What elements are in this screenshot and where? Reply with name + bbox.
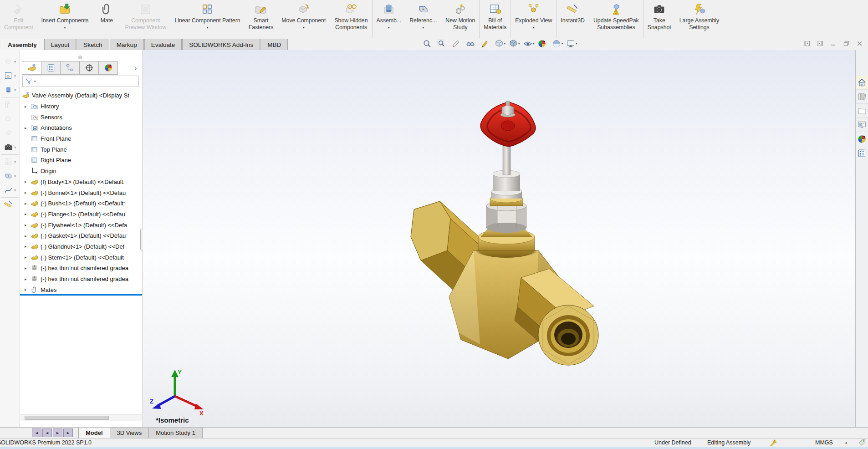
restore-button[interactable] xyxy=(842,40,850,47)
edit-appearance-icon[interactable]: ▾ xyxy=(537,39,549,48)
panel-drag-handle[interactable] xyxy=(78,56,82,59)
filter-dropdown-icon[interactable]: ▾ xyxy=(34,80,36,83)
dropdown-arrow-icon[interactable]: ▾ xyxy=(14,174,16,178)
tree-item[interactable]: ▸ Sensors xyxy=(20,112,142,122)
tree-item[interactable]: ▸ (-) Flywheel<1> (Default) <<Defa xyxy=(20,219,142,230)
dynamic-annotation-views-icon[interactable]: ▾ xyxy=(466,39,477,48)
mate-button[interactable]: Mate ▾ xyxy=(92,0,121,38)
expander-icon[interactable]: ▸ xyxy=(25,266,31,270)
expander-icon[interactable]: ▸ xyxy=(25,179,31,184)
next-tab-button[interactable]: ▶ xyxy=(53,429,62,437)
valve-right-port[interactable] xyxy=(515,269,598,365)
take-snapshot-button[interactable]: TakeSnapshot ▾ xyxy=(643,0,675,38)
dropdown-arrow-icon[interactable]: ▾ xyxy=(14,146,16,149)
panel-flyout-arrow[interactable]: › xyxy=(132,63,140,73)
bill-of-materials-button[interactable]: Bill ofMaterials ▾ xyxy=(479,0,511,38)
file-explorer-tab[interactable] xyxy=(856,104,868,118)
tree-item[interactable]: ▸ (-) Stem<1> (Default) <<Default xyxy=(20,252,142,263)
expander-icon[interactable]: ▸ xyxy=(25,255,31,260)
dropdown-arrow-icon[interactable]: ▾ xyxy=(14,74,16,78)
tree-item[interactable]: ▸ Mates xyxy=(20,284,142,295)
tree-item[interactable]: ▸ (-) Bush<1> (Default) <<Default: xyxy=(20,198,142,209)
edit-appearance-pen-icon[interactable]: ▾ xyxy=(480,39,491,48)
dropdown-arrow-icon[interactable]: ▾ xyxy=(533,42,535,46)
expander-icon[interactable]: ▸ xyxy=(25,223,31,227)
take-snapshot-icon[interactable]: ▾ xyxy=(1,140,19,154)
dropdown-arrow-icon[interactable]: ▾ xyxy=(14,60,16,64)
insert-component-icon[interactable]: ▾ xyxy=(1,69,19,83)
tree-item[interactable]: ▸ (-) Gasket<1> (Default) <<Defau xyxy=(20,230,142,241)
units-selector[interactable]: MMGS xyxy=(815,439,833,446)
tree-item[interactable]: ▸ Annotations xyxy=(20,122,142,133)
view-orientation-icon[interactable]: ▾ xyxy=(495,39,506,48)
design-library-tab[interactable] xyxy=(856,90,868,104)
exploded-view-button[interactable]: Exploded View ▾ xyxy=(511,0,556,38)
section-view-icon[interactable]: ▾ xyxy=(451,39,463,48)
tree-item[interactable]: ▸ (-) Flange<1> (Default) <<Defau xyxy=(20,209,142,220)
featuremanager-tab[interactable] xyxy=(22,61,41,75)
assembly-features-button[interactable]: Assemb... ▾ xyxy=(372,0,406,38)
large-assembly-settings-button[interactable]: Large AssemblySettings ▾ xyxy=(675,0,724,38)
units-dropdown-icon[interactable]: ▴ xyxy=(845,440,847,444)
model-tab[interactable]: Model xyxy=(78,428,110,438)
dropdown-arrow-icon[interactable]: ▾ xyxy=(14,88,16,92)
view-settings-icon[interactable]: ▾ xyxy=(566,39,577,48)
expander-icon[interactable]: ▸ xyxy=(25,201,31,206)
expander-icon[interactable]: ▸ xyxy=(25,287,31,292)
apply-scene-icon[interactable]: ▾ xyxy=(552,39,563,48)
component-preview-window-button[interactable]: ComponentPreview Window ▾ xyxy=(121,0,170,38)
show-hidden-components-button[interactable]: Show HiddenComponents ▾ xyxy=(330,0,372,38)
linear-component-pattern-button[interactable]: Linear Component Pattern ▾ xyxy=(170,0,244,38)
dropdown-arrow-icon[interactable]: ▾ xyxy=(14,189,16,192)
dropdown-arrow-icon[interactable]: ▾ xyxy=(576,42,577,46)
instant3d-icon[interactable]: ▾ xyxy=(1,197,19,212)
appearances-tab[interactable] xyxy=(856,132,868,146)
collapse-left-pane-button[interactable] xyxy=(803,40,811,47)
tree-filter[interactable]: ▾ xyxy=(22,76,139,87)
last-tab-button[interactable]: ▶ xyxy=(63,429,73,437)
hidden-component-icon[interactable]: ▾ xyxy=(1,112,19,126)
propertymanager-tab[interactable] xyxy=(41,61,61,75)
expander-icon[interactable]: ▸ xyxy=(25,234,31,238)
zoom-to-area-icon[interactable]: ▾ xyxy=(437,39,449,48)
tree-item[interactable]: ▸ (-) hex thin nut chamfered gradea xyxy=(20,263,142,274)
tab-assembly[interactable]: Assembly xyxy=(1,39,44,50)
tree-item[interactable]: ▸ (-) Glandnut<1> (Default) <<Def xyxy=(20,241,142,252)
home-tab[interactable] xyxy=(856,76,868,90)
previous-tab-button[interactable]: ◀ xyxy=(42,429,52,437)
expander-icon[interactable]: ▸ xyxy=(25,277,31,281)
dropdown-arrow-icon[interactable]: ▾ xyxy=(388,26,390,30)
dropdown-arrow-icon[interactable]: ▾ xyxy=(303,26,305,30)
update-speedpak-button[interactable]: Update SpeedPakSubassemblies ▾ xyxy=(589,0,643,38)
envelope-icon[interactable]: ▾ xyxy=(1,97,19,112)
display-style-icon[interactable]: ▾ xyxy=(509,39,520,48)
tree-item[interactable]: ▸ Right Plane xyxy=(20,155,142,166)
view-palette-tab[interactable] xyxy=(856,118,868,132)
curves-icon[interactable]: ▾ xyxy=(1,183,19,197)
insert-components-button[interactable]: Insert Components ▾ xyxy=(37,0,93,38)
scrollbar-thumb[interactable] xyxy=(25,416,109,420)
collapse-right-pane-button[interactable] xyxy=(816,40,824,47)
custom-properties-tab[interactable] xyxy=(856,146,868,160)
component-preview-icon[interactable]: ▾ xyxy=(1,55,19,69)
dropdown-arrow-icon[interactable]: ▾ xyxy=(64,26,66,30)
dropdown-arrow-icon[interactable]: ▾ xyxy=(518,42,520,46)
expander-icon[interactable]: ▸ xyxy=(25,104,31,109)
expander-icon[interactable]: ▸ xyxy=(25,126,31,130)
instant3d-button[interactable]: Instant3D ▾ xyxy=(556,0,589,38)
component-pattern-icon[interactable]: ▾ xyxy=(1,154,19,169)
tree-item[interactable]: ▸ Front Plane xyxy=(20,133,142,144)
edit-component-button[interactable]: EditComponent ▾ xyxy=(0,0,37,38)
tree-item[interactable]: ▸ (f) Body<1> (Default) <<Default: xyxy=(20,177,142,188)
tab-layout[interactable]: Layout xyxy=(44,39,77,50)
tab-evaluate[interactable]: Evaluate xyxy=(144,39,182,50)
dropdown-arrow-icon[interactable]: ▾ xyxy=(206,26,208,30)
configurationmanager-tab[interactable] xyxy=(61,61,80,75)
dropdown-arrow-icon[interactable]: ▾ xyxy=(533,26,535,30)
dimxpertmanager-tab[interactable] xyxy=(80,61,99,75)
dropdown-arrow-icon[interactable]: ▾ xyxy=(422,26,424,30)
expander-icon[interactable]: ▸ xyxy=(25,212,31,216)
close-button[interactable] xyxy=(856,40,863,47)
tree-item[interactable]: ▸ Top Plane xyxy=(20,144,142,155)
expander-icon[interactable]: ▸ xyxy=(25,244,31,249)
